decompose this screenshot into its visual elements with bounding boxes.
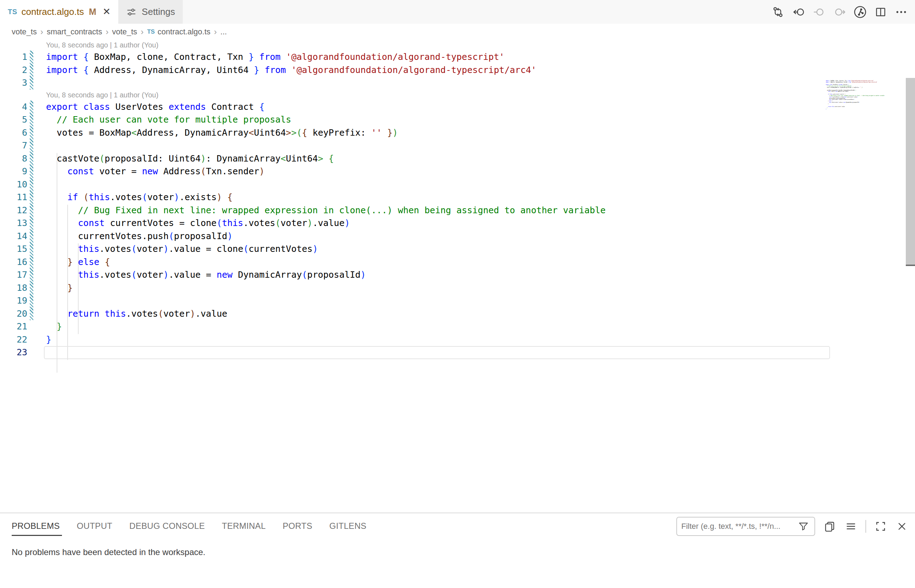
code-line[interactable]: 5 // Each user can vote for multiple pro… xyxy=(0,113,826,126)
line-number[interactable]: 3 xyxy=(0,76,27,90)
code-text[interactable]: castVote(proposalId: Uint64): DynamicArr… xyxy=(46,152,334,165)
code-line[interactable]: 13 const currentVotes = clone(this.votes… xyxy=(0,217,826,230)
panel-tab-ports[interactable]: PORTS xyxy=(282,521,312,531)
code-text[interactable]: } xyxy=(46,333,52,346)
line-number[interactable]: 17 xyxy=(0,268,27,282)
code-line[interactable]: 15 this.votes(voter).value = clone(curre… xyxy=(0,242,826,256)
code-text[interactable]: import { BoxMap, clone, Contract, Txn } … xyxy=(46,51,505,64)
view-as-list-icon[interactable] xyxy=(844,520,858,533)
code-text[interactable]: export class UserVotes extends Contract … xyxy=(46,100,265,114)
code-line[interactable]: 7 xyxy=(0,139,826,152)
filter-input[interactable] xyxy=(681,522,797,531)
open-previous-change-icon[interactable] xyxy=(790,4,807,20)
code-line[interactable]: 14 currentVotes.push(proposalId) xyxy=(0,230,826,243)
line-number[interactable]: 18 xyxy=(0,282,27,295)
line-number[interactable]: 22 xyxy=(0,333,27,346)
filter-funnel-icon[interactable] xyxy=(797,520,810,533)
code-text[interactable]: return this.votes(voter).value xyxy=(46,307,228,321)
minimap[interactable]: import { BoxMap, clone, Contract, Txn } … xyxy=(826,80,906,158)
line-number[interactable]: 9 xyxy=(0,165,27,178)
code-text[interactable]: } else { xyxy=(46,256,110,269)
breadcrumb-item[interactable]: vote_ts xyxy=(12,27,37,37)
line-number[interactable]: 8 xyxy=(0,152,27,165)
code-text[interactable]: import { Address, DynamicArray, Uint64 }… xyxy=(46,64,536,77)
problems-message: No problems have been detected in the wo… xyxy=(0,547,915,557)
line-number[interactable]: 1 xyxy=(0,51,27,64)
breadcrumb-item[interactable]: ... xyxy=(220,27,227,37)
codelens-annotation[interactable]: You, 8 seconds ago | 1 author (You) xyxy=(0,90,826,100)
open-commit-graph-icon[interactable] xyxy=(852,4,868,20)
code-text[interactable]: const currentVotes = clone(this.votes(vo… xyxy=(46,217,350,230)
code-line[interactable]: 1import { BoxMap, clone, Contract, Txn }… xyxy=(0,51,826,64)
code-text[interactable]: // Each user can vote for multiple propo… xyxy=(46,113,291,126)
code-line[interactable]: 21 } xyxy=(0,320,826,333)
tab-contract-algo-ts[interactable]: TS contract.algo.ts M ✕ xyxy=(0,0,118,24)
panel-tab-problems[interactable]: PROBLEMS xyxy=(12,521,60,531)
line-number[interactable]: 16 xyxy=(0,256,27,269)
code-text[interactable]: const voter = new Address(Txn.sender) xyxy=(46,165,265,178)
code-line[interactable]: 23 xyxy=(0,346,826,359)
line-number[interactable]: 20 xyxy=(0,307,27,321)
previous-change-icon[interactable] xyxy=(811,4,827,20)
code-line[interactable]: 3 xyxy=(0,76,826,90)
code-line[interactable]: 10 xyxy=(0,178,826,191)
panel-tab-debug-console[interactable]: DEBUG CONSOLE xyxy=(129,521,205,531)
code-line[interactable]: 12 // Bug Fixed in next line: wrapped ex… xyxy=(0,204,826,217)
code-text[interactable]: this.votes(voter).value = clone(currentV… xyxy=(46,242,318,256)
line-number[interactable]: 13 xyxy=(0,217,27,230)
code-line[interactable]: 4export class UserVotes extends Contract… xyxy=(0,100,826,114)
code-editor[interactable]: You, 8 seconds ago | 1 author (You)1impo… xyxy=(0,40,915,512)
code-line[interactable]: 2import { Address, DynamicArray, Uint64 … xyxy=(0,64,826,77)
code-line[interactable]: 20 return this.votes(voter).value xyxy=(0,307,826,321)
copy-icon[interactable] xyxy=(823,520,836,533)
scrollbar-thumb[interactable] xyxy=(906,78,915,265)
code-line[interactable]: 19 xyxy=(0,294,826,307)
panel-tab-output[interactable]: OUTPUT xyxy=(77,521,112,531)
code-text[interactable]: this.votes(voter).value = new DynamicArr… xyxy=(46,268,366,282)
line-number[interactable]: 6 xyxy=(0,126,27,140)
code-line[interactable]: 9 const voter = new Address(Txn.sender) xyxy=(0,165,826,178)
panel-tab-terminal[interactable]: TERMINAL xyxy=(222,521,266,531)
maximize-panel-icon[interactable] xyxy=(874,520,888,533)
code-line[interactable]: 6 votes = BoxMap<Address, DynamicArray<U… xyxy=(0,126,826,140)
line-number[interactable]: 19 xyxy=(0,294,27,307)
breadcrumb-item[interactable]: vote_ts xyxy=(112,27,137,37)
code-line[interactable]: 16 } else { xyxy=(0,256,826,269)
line-number[interactable]: 10 xyxy=(0,178,27,191)
line-number[interactable]: 2 xyxy=(0,64,27,77)
code-line[interactable]: 22} xyxy=(0,333,826,346)
compare-changes-icon[interactable] xyxy=(770,4,786,20)
code-text[interactable]: } xyxy=(46,320,62,333)
code-text[interactable]: // Bug Fixed in next line: wrapped expre… xyxy=(46,204,605,217)
tab-settings[interactable]: Settings xyxy=(118,0,183,24)
next-change-icon[interactable] xyxy=(831,4,848,20)
code-text[interactable]: if (this.votes(voter).exists) { xyxy=(46,191,232,204)
code-line[interactable]: 8 castVote(proposalId: Uint64): DynamicA… xyxy=(0,152,826,165)
line-number[interactable]: 7 xyxy=(0,139,27,152)
line-number[interactable]: 21 xyxy=(0,320,27,333)
line-number[interactable]: 11 xyxy=(0,191,27,204)
close-tab-icon[interactable]: ✕ xyxy=(103,7,111,17)
line-number[interactable]: 14 xyxy=(0,230,27,243)
breadcrumb-item[interactable]: contract.algo.ts xyxy=(158,27,210,37)
editor-actions xyxy=(770,0,909,24)
code-lines[interactable]: You, 8 seconds ago | 1 author (You)1impo… xyxy=(0,40,826,359)
code-text[interactable]: votes = BoxMap<Address, DynamicArray<Uin… xyxy=(46,126,398,140)
line-number[interactable]: 15 xyxy=(0,242,27,256)
breadcrumb-item[interactable]: smart_contracts xyxy=(47,27,102,37)
line-number[interactable]: 23 xyxy=(0,346,27,359)
code-text[interactable]: currentVotes.push(proposalId) xyxy=(46,230,232,243)
git-modified-gutter-indicator xyxy=(30,191,33,204)
code-line[interactable]: 18 } xyxy=(0,282,826,295)
close-panel-icon[interactable] xyxy=(895,520,909,533)
split-editor-icon[interactable] xyxy=(873,4,889,20)
more-actions-icon[interactable] xyxy=(893,4,909,20)
line-number[interactable]: 4 xyxy=(0,100,27,114)
code-line[interactable]: 17 this.votes(voter).value = new Dynamic… xyxy=(0,268,826,282)
code-line[interactable]: 11 if (this.votes(voter).exists) { xyxy=(0,191,826,204)
line-number[interactable]: 5 xyxy=(0,113,27,126)
codelens-annotation[interactable]: You, 8 seconds ago | 1 author (You) xyxy=(0,40,826,51)
panel-tab-gitlens[interactable]: GITLENS xyxy=(329,521,366,531)
line-number[interactable]: 12 xyxy=(0,204,27,217)
code-text[interactable]: } xyxy=(46,282,73,295)
